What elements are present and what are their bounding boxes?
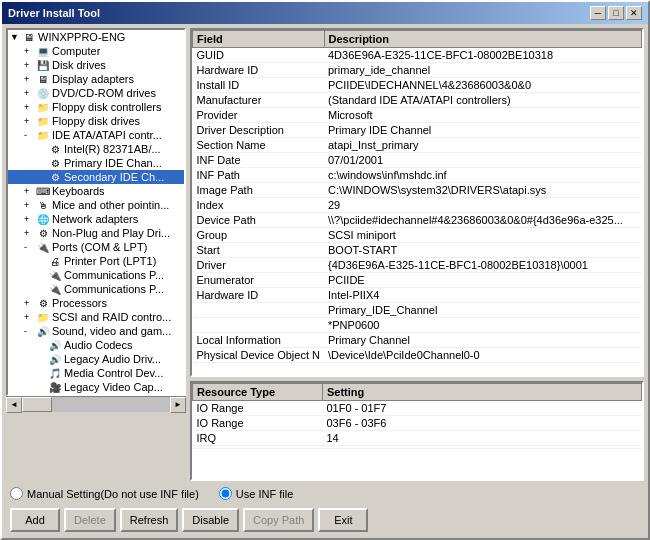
table-row[interactable]: StartBOOT-START: [193, 243, 642, 258]
scroll-right-btn[interactable]: ►: [170, 397, 186, 413]
table-row[interactable]: IO Range03F6 - 03F6: [193, 416, 642, 431]
desc-cell: \Device\Ide\PciIde0Channel0-0: [324, 348, 642, 363]
table-row[interactable]: INF Date07/01/2001: [193, 153, 642, 168]
field-cell: Enumerator: [193, 273, 325, 288]
tree-label: Legacy Video Cap...: [64, 381, 163, 393]
tree-item-comm1[interactable]: 🔌 Communications P...: [8, 268, 184, 282]
resources-table-container[interactable]: Resource Type Setting IO Range01F0 - 01F…: [190, 381, 644, 481]
table-row[interactable]: Physical Device Object N\Device\Ide\PciI…: [193, 348, 642, 363]
tree-label: Ports (COM & LPT): [52, 241, 147, 253]
table-row[interactable]: Section Nameatapi_Inst_primary: [193, 138, 642, 153]
minimize-button[interactable]: ─: [590, 6, 606, 20]
radio-row: Manual Setting(Do not use INF file) Use …: [6, 485, 644, 502]
use-inf-radio-label[interactable]: Use INF file: [219, 487, 293, 500]
table-row[interactable]: Primary_IDE_Channel: [193, 303, 642, 318]
desc-cell: C:\WINDOWS\system32\DRIVERS\atapi.sys: [324, 183, 642, 198]
resource-type-header: Resource Type: [193, 384, 323, 401]
manual-setting-label: Manual Setting(Do not use INF file): [27, 488, 199, 500]
tree-item-computer[interactable]: + 💻 Computer: [8, 44, 184, 58]
scroll-thumb[interactable]: [22, 397, 52, 412]
desc-cell: {4D36E96A-E325-11CE-BFC1-08002BE10318}\0…: [324, 258, 642, 273]
manual-setting-radio[interactable]: [10, 487, 23, 500]
add-button[interactable]: Add: [10, 508, 60, 532]
desc-cell: Primary Channel: [324, 333, 642, 348]
tree-item-intel-82371[interactable]: ⚙ Intel(R) 82371AB/...: [8, 142, 184, 156]
tree-item-comm2[interactable]: 🔌 Communications P...: [8, 282, 184, 296]
close-button[interactable]: ✕: [626, 6, 642, 20]
copy-path-button[interactable]: Copy Path: [243, 508, 314, 532]
tree-item-display-adapters[interactable]: + 🖥 Display adapters: [8, 72, 184, 86]
field-cell: Install ID: [193, 78, 325, 93]
table-row[interactable]: Driver DescriptionPrimary IDE Channel: [193, 123, 642, 138]
table-row[interactable]: ProviderMicrosoft: [193, 108, 642, 123]
tree-item-legacy-video[interactable]: 🎥 Legacy Video Cap...: [8, 380, 184, 394]
table-row[interactable]: Install IDPCIIDE\IDECHANNEL\4&23686003&0…: [193, 78, 642, 93]
tree-item-dvd[interactable]: + 💿 DVD/CD-ROM drives: [8, 86, 184, 100]
desc-cell: (Standard IDE ATA/ATAPI controllers): [324, 93, 642, 108]
refresh-button[interactable]: Refresh: [120, 508, 179, 532]
tree-item-primary-ide[interactable]: ⚙ Primary IDE Chan...: [8, 156, 184, 170]
table-row[interactable]: Hardware IDprimary_ide_channel: [193, 63, 642, 78]
right-panel: Field Description GUID4D36E96A-E325-11CE…: [190, 28, 644, 481]
tree-item-pnp[interactable]: + ⚙ Non-Plug and Play Dri...: [8, 226, 184, 240]
desc-cell: primary_ide_channel: [324, 63, 642, 78]
table-row[interactable]: *PNP0600: [193, 318, 642, 333]
table-row[interactable]: EnumeratorPCIIDE: [193, 273, 642, 288]
tree-item-floppy-drives[interactable]: + 📁 Floppy disk drives: [8, 114, 184, 128]
properties-table-container[interactable]: Field Description GUID4D36E96A-E325-11CE…: [190, 28, 644, 377]
tree-item-network[interactable]: + 🌐 Network adapters: [8, 212, 184, 226]
root-expand-icon[interactable]: ▼: [10, 32, 20, 42]
table-row[interactable]: INF Pathc:\windows\inf\mshdc.inf: [193, 168, 642, 183]
table-row[interactable]: IO Range01F0 - 01F7: [193, 401, 642, 416]
tree-item-floppy-ctrl[interactable]: + 📁 Floppy disk controllers: [8, 100, 184, 114]
table-row[interactable]: Hardware IDIntel-PIIX4: [193, 288, 642, 303]
field-cell: Section Name: [193, 138, 325, 153]
device-tree[interactable]: ▼ 🖥 WINXPPRO-ENG + 💻 Computer + 💾 Disk d…: [6, 28, 186, 396]
tree-item-processors[interactable]: + ⚙ Processors: [8, 296, 184, 310]
field-cell: Manufacturer: [193, 93, 325, 108]
table-row[interactable]: GUID4D36E96A-E325-11CE-BFC1-08002BE10318: [193, 48, 642, 63]
tree-item-disk-drives[interactable]: + 💾 Disk drives: [8, 58, 184, 72]
resource-type-cell: IRQ: [193, 431, 323, 446]
tree-item-legacy-audio[interactable]: 🔊 Legacy Audio Driv...: [8, 352, 184, 366]
table-row[interactable]: GroupSCSI miniport: [193, 228, 642, 243]
tree-item-scsi[interactable]: + 📁 SCSI and RAID contro...: [8, 310, 184, 324]
manual-setting-radio-label[interactable]: Manual Setting(Do not use INF file): [10, 487, 199, 500]
tree-item-ports[interactable]: - 🔌 Ports (COM & LPT): [8, 240, 184, 254]
delete-button[interactable]: Delete: [64, 508, 116, 532]
setting-cell: 01F0 - 01F7: [323, 401, 642, 416]
scroll-track[interactable]: [22, 397, 170, 412]
tree-item-ide-atapi[interactable]: - 📁 IDE ATA/ATAPI contr...: [8, 128, 184, 142]
table-row[interactable]: [193, 446, 642, 449]
desc-cell: SCSI miniport: [324, 228, 642, 243]
tree-item-keyboards[interactable]: + ⌨ Keyboards: [8, 184, 184, 198]
table-row[interactable]: Manufacturer(Standard IDE ATA/ATAPI cont…: [193, 93, 642, 108]
tree-item-media-control[interactable]: 🎵 Media Control Dev...: [8, 366, 184, 380]
field-cell: Image Path: [193, 183, 325, 198]
exit-button[interactable]: Exit: [318, 508, 368, 532]
table-row[interactable]: Device Path\\?\pciide#idechannel#4&23686…: [193, 213, 642, 228]
field-cell: Group: [193, 228, 325, 243]
disable-button[interactable]: Disable: [182, 508, 239, 532]
field-cell: Hardware ID: [193, 288, 325, 303]
use-inf-radio[interactable]: [219, 487, 232, 500]
tree-label: SCSI and RAID contro...: [52, 311, 171, 323]
table-row[interactable]: Driver{4D36E96A-E325-11CE-BFC1-08002BE10…: [193, 258, 642, 273]
tree-item-mice[interactable]: + 🖱 Mice and other pointin...: [8, 198, 184, 212]
desc-cell: Intel-PIIX4: [324, 288, 642, 303]
tree-item-printer-port[interactable]: 🖨 Printer Port (LPT1): [8, 254, 184, 268]
tree-item-audio-codecs[interactable]: 🔊 Audio Codecs: [8, 338, 184, 352]
table-row[interactable]: IRQ14: [193, 431, 642, 446]
tree-item-sound[interactable]: - 🔊 Sound, video and gam...: [8, 324, 184, 338]
table-row[interactable]: Local InformationPrimary Channel: [193, 333, 642, 348]
tree-label: Primary IDE Chan...: [64, 157, 162, 169]
table-row[interactable]: Image PathC:\WINDOWS\system32\DRIVERS\at…: [193, 183, 642, 198]
tree-label: Intel(R) 82371AB/...: [64, 143, 161, 155]
tree-item-secondary-ide[interactable]: ⚙ Secondary IDE Ch...: [8, 170, 184, 184]
table-row[interactable]: Index29: [193, 198, 642, 213]
scroll-left-btn[interactable]: ◄: [6, 397, 22, 413]
field-cell: Driver Description: [193, 123, 325, 138]
tree-horizontal-scrollbar[interactable]: ◄ ►: [6, 396, 186, 412]
maximize-button[interactable]: □: [608, 6, 624, 20]
tree-root[interactable]: ▼ 🖥 WINXPPRO-ENG: [8, 30, 184, 44]
